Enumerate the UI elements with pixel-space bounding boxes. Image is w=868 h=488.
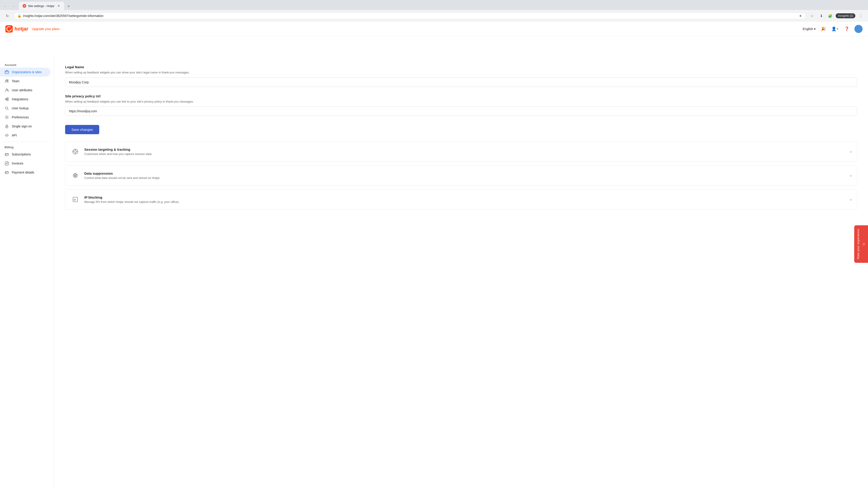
logo-text: hotjar: [14, 26, 28, 32]
payment-icon: [4, 170, 9, 175]
sidebar-item-label-team: Team: [12, 79, 20, 83]
data-suppression-chevron-icon: ›: [850, 173, 851, 178]
sidebar-item-team[interactable]: Team: [0, 76, 51, 86]
sidebar-item-sso[interactable]: Single sign-on: [0, 122, 51, 131]
legal-name-input[interactable]: [65, 77, 857, 87]
sidebar-item-payment[interactable]: Payment details: [0, 168, 51, 177]
legal-name-desc: When setting up feedback widgets you can…: [65, 70, 857, 75]
session-targeting-info: Session targeting & tracking Customize w…: [84, 148, 846, 156]
reload-button[interactable]: ↻: [4, 12, 11, 20]
svg-point-2: [6, 80, 7, 81]
legal-name-label: Legal Name: [65, 65, 857, 69]
svg-rect-13: [6, 155, 6, 155]
data-suppression-desc: Control what data should not be sent and…: [84, 176, 846, 180]
nav-bar: ↻ 🔒 insights.hotjar.com/site/3825597/set…: [0, 10, 868, 22]
session-targeting-icon: [71, 147, 80, 156]
address-bar[interactable]: 🔒 insights.hotjar.com/site/3825597/setti…: [13, 12, 806, 19]
sidebar: Account Organizations & sites Team User …: [0, 58, 54, 488]
ip-blocking-card[interactable]: IP IP blocking Manage IPs from which Hot…: [65, 189, 857, 210]
svg-text:IP: IP: [74, 199, 76, 201]
svg-rect-14: [5, 171, 8, 174]
sidebar-item-api[interactable]: API: [0, 131, 51, 140]
sidebar-item-invoices[interactable]: Invoices: [0, 159, 51, 168]
integrations-icon: [4, 97, 9, 101]
browser-tab[interactable]: H Site settings - Hotjar ✕: [19, 2, 64, 10]
rate-widget-icon: ☺: [862, 242, 866, 246]
sidebar-item-user-lookup[interactable]: User lookup: [0, 104, 51, 113]
sidebar-item-user-attributes[interactable]: User attributes: [0, 86, 51, 95]
orgs-icon: [4, 70, 9, 74]
browser-chrome: ← → H Site settings - Hotjar ✕ + ↻ 🔒 ins…: [0, 0, 868, 22]
data-suppression-card[interactable]: Data suppression Control what data shoul…: [65, 165, 857, 186]
extensions-button[interactable]: 🧩: [827, 12, 834, 20]
main-wrapper: Account Organizations & sites Team User …: [0, 58, 868, 488]
url-text: insights.hotjar.com/site/3825597/setting…: [23, 14, 797, 18]
invoices-icon: [4, 161, 9, 166]
rate-experience-widget[interactable]: ☺ Rate your experience: [854, 225, 868, 263]
sidebar-item-label-sso: Single sign-on: [12, 125, 32, 128]
team-icon: [4, 79, 9, 84]
sidebar-item-label-orgs: Organizations & sites: [12, 70, 41, 74]
preferences-icon: [4, 115, 9, 120]
forward-button[interactable]: →: [10, 3, 17, 10]
menu-button[interactable]: ⋮: [857, 12, 864, 20]
language-text: English: [803, 27, 813, 31]
save-changes-button[interactable]: Save changes: [65, 125, 99, 134]
sidebar-item-label-invoices: Invoices: [12, 162, 23, 165]
sidebar-item-label-user-lookup: User lookup: [12, 106, 29, 110]
bookmark-button[interactable]: ☆: [809, 12, 816, 20]
language-selector[interactable]: English ▾: [803, 27, 815, 31]
help-button[interactable]: ❓: [843, 25, 851, 33]
svg-rect-1: [5, 71, 8, 74]
add-user-button[interactable]: 👤+: [831, 25, 839, 33]
new-tab-button[interactable]: +: [65, 3, 72, 10]
sidebar-item-subscriptions[interactable]: Subscriptions: [0, 150, 51, 159]
subscriptions-icon: [4, 152, 9, 157]
tab-bar: ← → H Site settings - Hotjar ✕ +: [0, 0, 868, 10]
svg-rect-7: [7, 99, 8, 101]
incognito-badge[interactable]: Incognito (2): [836, 13, 855, 18]
notifications-button[interactable]: 🎉: [819, 25, 827, 33]
svg-rect-6: [7, 98, 8, 99]
privacy-url-section: Site privacy policy Url When setting up …: [65, 94, 857, 116]
tab-close-button[interactable]: ✕: [57, 4, 61, 8]
sidebar-item-integrations[interactable]: Integrations: [0, 95, 51, 104]
user-lookup-icon: [4, 106, 9, 110]
data-suppression-title: Data suppression: [84, 171, 846, 175]
back-button[interactable]: ←: [2, 3, 9, 10]
svg-point-3: [7, 80, 8, 81]
svg-rect-15: [6, 173, 6, 173]
download-button[interactable]: ⬇: [817, 12, 825, 20]
sidebar-item-label-integrations: Integrations: [12, 97, 28, 101]
sidebar-item-orgs[interactable]: Organizations & sites: [0, 68, 51, 76]
billing-section-label: Billing: [0, 144, 54, 150]
api-icon: [4, 133, 9, 138]
rate-widget-text: Rate your experience: [857, 229, 860, 259]
sidebar-item-preferences[interactable]: Preferences: [0, 113, 51, 122]
session-targeting-chevron-icon: ›: [850, 149, 851, 154]
hotjar-logo-icon: [5, 25, 13, 33]
svg-rect-5: [5, 98, 6, 100]
main-content: Legal Name When setting up feedback widg…: [54, 58, 868, 488]
logo: hotjar: [5, 25, 28, 33]
language-chevron-icon: ▾: [814, 27, 815, 31]
privacy-url-label: Site privacy policy Url: [65, 94, 857, 98]
ip-blocking-info: IP blocking Manage IPs from which Hotjar…: [84, 195, 846, 203]
upgrade-link[interactable]: Upgrade your plans: [32, 27, 59, 31]
sidebar-item-label-payment: Payment details: [12, 170, 34, 174]
privacy-url-desc: When setting up feedback widgets you can…: [65, 99, 857, 104]
header-right: English ▾ 🎉 👤+ ❓: [803, 25, 863, 33]
ip-blocking-chevron-icon: ›: [850, 197, 851, 202]
svg-point-17: [74, 151, 76, 153]
sidebar-item-label-user-attributes: User attributes: [12, 88, 32, 92]
session-targeting-card[interactable]: Session targeting & tracking Customize w…: [65, 141, 857, 162]
legal-name-section: Legal Name When setting up feedback widg…: [65, 65, 857, 87]
user-avatar[interactable]: [855, 25, 863, 33]
privacy-url-input[interactable]: [65, 106, 857, 116]
ip-blocking-desc: Manage IPs from which Hotjar should not …: [84, 200, 846, 203]
sso-icon: [4, 124, 9, 129]
svg-point-11: [6, 127, 7, 127]
sidebar-item-label-preferences: Preferences: [12, 116, 29, 119]
svg-point-9: [6, 117, 7, 118]
data-suppression-icon: [71, 171, 80, 180]
